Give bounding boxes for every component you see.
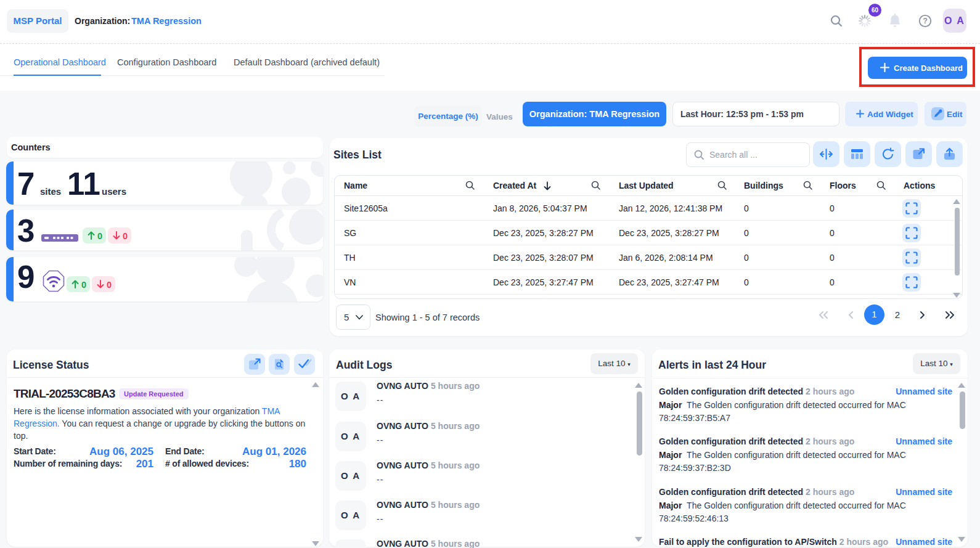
svg-text:?: ? (923, 17, 928, 25)
